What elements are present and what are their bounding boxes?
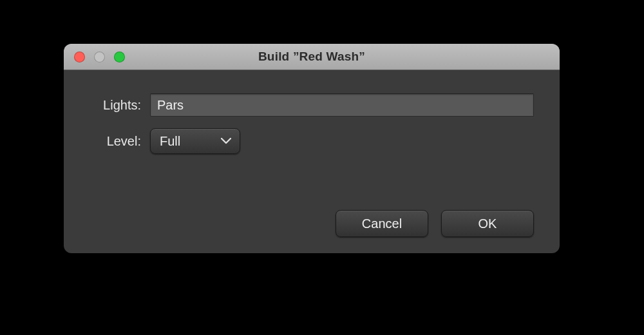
dialog-window: Build ”Red Wash” Lights: Level: Full Can… — [64, 44, 560, 253]
minimize-icon[interactable] — [94, 52, 105, 62]
ok-button[interactable]: OK — [441, 210, 534, 237]
level-select-button[interactable]: Full — [150, 128, 240, 154]
lights-input[interactable] — [150, 93, 534, 117]
zoom-icon[interactable] — [114, 52, 125, 62]
level-row: Level: Full — [90, 128, 534, 154]
close-icon[interactable] — [74, 52, 85, 62]
cancel-button[interactable]: Cancel — [336, 210, 428, 237]
lights-label: Lights: — [90, 98, 141, 113]
level-select[interactable]: Full — [150, 128, 240, 154]
level-select-value: Full — [160, 134, 180, 148]
dialog-buttons: Cancel OK — [336, 210, 534, 237]
lights-row: Lights: — [90, 93, 534, 117]
window-title: Build ”Red Wash” — [64, 50, 560, 64]
dialog-body: Lights: Level: Full Cancel OK — [64, 70, 560, 253]
traffic-lights — [64, 44, 125, 70]
level-label: Level: — [90, 134, 141, 149]
titlebar: Build ”Red Wash” — [64, 44, 560, 70]
